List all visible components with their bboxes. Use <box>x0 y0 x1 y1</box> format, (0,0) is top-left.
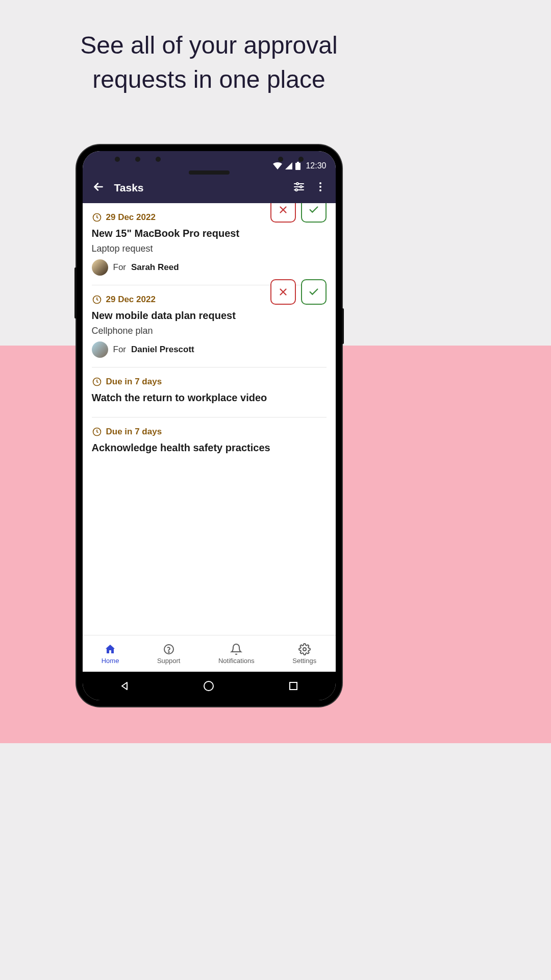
svg-rect-0 <box>295 163 300 170</box>
back-button[interactable] <box>92 180 105 195</box>
nav-notifications[interactable]: Notifications <box>218 643 255 665</box>
sliders-icon <box>293 181 305 193</box>
task-title: New 15" MacBook Pro request <box>92 228 265 239</box>
nav-home[interactable]: Home <box>102 643 119 665</box>
square-recents-icon <box>289 681 298 691</box>
svg-point-9 <box>319 186 321 188</box>
task-subtitle: Laptop request <box>92 243 265 254</box>
triangle-back-icon <box>119 681 130 691</box>
bell-icon <box>230 643 242 655</box>
nav-support[interactable]: Support <box>157 643 181 665</box>
reject-button[interactable] <box>270 279 296 305</box>
android-back-button[interactable] <box>117 679 132 693</box>
task-date: 29 Dec 2022 <box>106 295 156 305</box>
filter-button[interactable] <box>293 181 305 195</box>
task-item[interactable]: Due in 7 days Watch the return to workpl… <box>92 368 327 418</box>
nav-label: Support <box>157 657 181 665</box>
nav-label: Notifications <box>218 657 255 665</box>
overflow-menu-button[interactable] <box>314 181 327 195</box>
task-date: Due in 7 days <box>106 377 162 387</box>
clock-icon <box>92 377 102 387</box>
avatar <box>92 259 108 276</box>
svg-point-16 <box>168 651 169 652</box>
home-icon <box>104 643 116 655</box>
x-icon <box>278 286 289 298</box>
phone-frame: 12:30 Tasks 29 Dec 2022 <box>77 145 342 706</box>
svg-point-3 <box>296 183 298 185</box>
app-bar: Tasks <box>83 173 336 203</box>
android-home-button[interactable] <box>202 679 216 693</box>
help-circle-icon <box>163 643 175 655</box>
phone-screen: 12:30 Tasks 29 Dec 2022 <box>83 151 336 700</box>
task-item[interactable]: 29 Dec 2022 New mobile data plan request… <box>92 285 327 368</box>
svg-point-5 <box>300 186 302 188</box>
svg-point-7 <box>295 189 297 191</box>
task-item[interactable]: 29 Dec 2022 New 15" MacBook Pro request … <box>92 203 327 285</box>
check-icon <box>308 204 319 215</box>
person-name: Daniel Prescott <box>131 345 194 355</box>
svg-rect-1 <box>297 162 299 163</box>
task-title: New mobile data plan request <box>92 310 265 322</box>
status-time: 12:30 <box>306 161 326 170</box>
android-recents-button[interactable] <box>286 679 300 693</box>
svg-point-8 <box>319 182 321 184</box>
svg-point-10 <box>319 189 321 191</box>
clock-icon <box>92 212 102 223</box>
for-label: For <box>113 262 127 273</box>
task-list[interactable]: 29 Dec 2022 New 15" MacBook Pro request … <box>83 203 336 635</box>
status-bar: 12:30 <box>83 151 336 173</box>
clock-icon <box>92 295 102 305</box>
gear-icon <box>298 643 311 655</box>
task-date: Due in 7 days <box>106 427 162 437</box>
svg-point-18 <box>204 681 213 691</box>
marketing-headline: See all of your approval requests in one… <box>0 0 418 96</box>
svg-rect-19 <box>290 682 297 690</box>
nav-label: Settings <box>292 657 316 665</box>
task-title: Watch the return to workplace video <box>92 392 327 404</box>
task-subtitle: Cellphone plan <box>92 326 265 336</box>
cellular-icon <box>285 162 292 169</box>
clock-icon <box>92 427 102 437</box>
reject-button[interactable] <box>270 203 296 223</box>
task-item[interactable]: Due in 7 days Acknowledge health safety … <box>92 418 327 467</box>
nav-label: Home <box>102 657 119 665</box>
avatar <box>92 341 108 358</box>
approve-button[interactable] <box>301 279 327 305</box>
bottom-nav: Home Support Notifications Settings <box>83 635 336 672</box>
nav-settings[interactable]: Settings <box>292 643 316 665</box>
page-title: Tasks <box>114 182 284 194</box>
svg-point-17 <box>303 648 306 651</box>
task-title: Acknowledge health safety practices <box>92 442 327 454</box>
more-vertical-icon <box>314 181 327 193</box>
x-icon <box>278 204 289 215</box>
approve-button[interactable] <box>301 203 327 223</box>
arrow-left-icon <box>92 180 105 193</box>
battery-icon <box>295 162 300 170</box>
for-label: For <box>113 345 127 355</box>
check-icon <box>308 286 319 298</box>
wifi-icon <box>273 162 282 169</box>
android-system-nav <box>83 672 336 700</box>
circle-home-icon <box>203 680 214 692</box>
person-name: Sarah Reed <box>131 262 179 273</box>
task-date: 29 Dec 2022 <box>106 212 156 223</box>
